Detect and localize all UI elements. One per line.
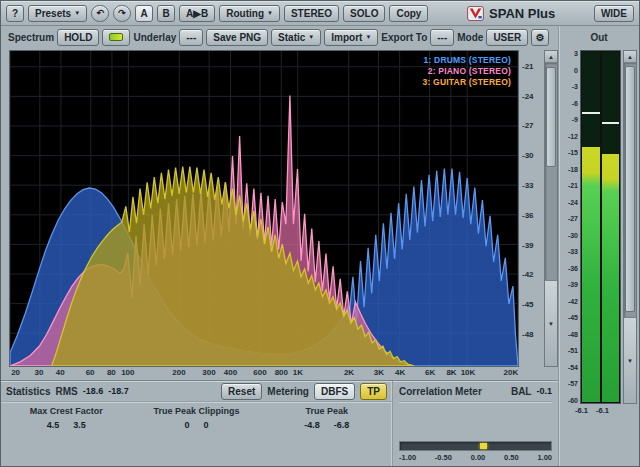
wide-button[interactable]: WIDE	[594, 5, 634, 22]
freq-axis: 20304060801002003004006008001K2K3K4K6K8K…	[9, 367, 519, 380]
meter-bar[interactable]	[602, 52, 620, 402]
redo-button[interactable]: ↷	[113, 5, 131, 22]
freq-tick-label: 800	[275, 368, 288, 377]
ab-b-button[interactable]: B	[157, 5, 175, 22]
meter-scale-label: -39	[561, 281, 578, 288]
settings-gear-button[interactable]: ⚙	[531, 29, 549, 46]
mode-label: Mode	[457, 32, 483, 43]
plot-column: 1: DRUMS (STEREO)2: PIANO (STEREO)3: GUI…	[9, 50, 519, 380]
meter-area: 30-3-6-9-12-15-18-21-24-27-30-33-36-39-4…	[559, 48, 639, 404]
import-label: Import	[331, 32, 362, 43]
freq-tick-label: 400	[224, 368, 237, 377]
freq-tick-label: 60	[86, 368, 95, 377]
correlation-title: Correlation Meter	[399, 386, 482, 397]
solo-button[interactable]: SOLO	[343, 5, 385, 22]
bal-value: -0.1	[536, 386, 552, 396]
correlation-scale: -1.00-0.500.000.501.00	[399, 453, 552, 462]
presets-button[interactable]: Presets▼	[28, 5, 87, 22]
correlation-scale-label: 1.00	[537, 453, 552, 462]
meter-bar-level	[602, 154, 620, 403]
correlation-indicator	[480, 443, 487, 449]
freq-tick-label: 10K	[461, 368, 476, 377]
hold-button[interactable]: HOLD	[57, 29, 99, 46]
bal-label: BAL	[511, 386, 532, 397]
underlay-select-button[interactable]: ---	[179, 29, 203, 46]
meter-scale-label: 3	[561, 50, 578, 57]
plugin-title: SPAN Plus	[489, 6, 555, 21]
db-tick-label: -30	[522, 151, 534, 160]
meter-scale-label: -9	[561, 116, 578, 123]
reset-button[interactable]: Reset	[221, 383, 262, 400]
meter-range-scrollbar[interactable]: ▲ ▼	[623, 50, 637, 404]
true-peak-right-value: -6.8	[334, 420, 350, 430]
rms-right-value: -18.7	[108, 386, 129, 396]
statistics-title: Statistics	[6, 386, 50, 397]
true-peak-clippings-label: True Peak Clippings	[131, 406, 261, 416]
db-tick-label: -33	[522, 181, 534, 190]
tp-button[interactable]: TP	[360, 383, 387, 400]
freq-tick-label: 8K	[446, 368, 456, 377]
meter-peak-marker	[602, 122, 620, 124]
meter-scroll-track[interactable]	[624, 63, 636, 317]
spectrum-section-label: Spectrum	[8, 32, 54, 43]
meter-bar[interactable]	[582, 52, 600, 402]
freq-tick-label: 30	[34, 368, 43, 377]
scroll-thumb[interactable]	[546, 67, 556, 167]
meter-panel-filler	[559, 416, 639, 466]
meter-scale-label: -24	[561, 199, 578, 206]
db-tick-label: -27	[522, 121, 534, 130]
freq-tick-label: 1K	[293, 368, 303, 377]
voxengo-logo	[467, 6, 484, 21]
meter-scroll-up-button[interactable]: ▲	[624, 51, 636, 63]
freq-tick-label: 300	[202, 368, 215, 377]
spectrum-toolbar: Spectrum HOLD Underlay --- Save PNG Stat…	[1, 26, 558, 48]
bottom-panel: Statistics RMS -18.6 -18.7 Reset Meterin…	[1, 380, 558, 466]
freq-tick-label: 2K	[344, 368, 354, 377]
a-to-b-copy-button[interactable]: A▶B	[179, 5, 215, 22]
dbfs-button[interactable]: DBFS	[314, 383, 355, 400]
spectrum-svg	[10, 51, 518, 366]
scroll-down-button[interactable]: ▼	[545, 280, 557, 366]
meter-scroll-down-button[interactable]: ▼	[624, 317, 636, 403]
mode-select-button[interactable]: USER	[486, 29, 528, 46]
spectrum-range-scrollbar[interactable]: ▲ ▼	[544, 50, 558, 367]
import-dropdown-button[interactable]: Import▼	[324, 29, 378, 46]
legend: 1: DRUMS (STEREO)2: PIANO (STEREO)3: GUI…	[423, 55, 511, 88]
meter-scale-label: -3	[561, 83, 578, 90]
undo-button[interactable]: ↶	[91, 5, 109, 22]
static-label: Static	[278, 32, 305, 43]
save-png-button[interactable]: Save PNG	[206, 29, 268, 46]
ab-a-button[interactable]: A	[135, 5, 153, 22]
meter-bars[interactable]	[580, 50, 621, 404]
tpc-right-value: 0	[203, 420, 208, 430]
copy-button[interactable]: Copy	[389, 5, 428, 22]
spectrum-color-button[interactable]	[102, 29, 130, 46]
freq-tick-label: 600	[253, 368, 266, 377]
scroll-up-button[interactable]: ▲	[545, 51, 557, 63]
correlation-header: Correlation Meter BAL -0.1	[399, 381, 552, 402]
scroll-track[interactable]	[545, 63, 557, 280]
export-to-button[interactable]: ---	[430, 29, 454, 46]
underlay-label: Underlay	[133, 32, 176, 43]
channel-mode-button[interactable]: STEREO	[284, 5, 339, 22]
meter-scroll-thumb[interactable]	[625, 66, 635, 312]
help-button[interactable]: ?	[6, 5, 24, 22]
legend-item[interactable]: 1: DRUMS (STEREO)	[423, 55, 511, 66]
routing-button[interactable]: Routing▼	[219, 5, 280, 22]
static-dropdown-button[interactable]: Static▼	[271, 29, 321, 46]
dropdown-icon: ▼	[267, 10, 273, 16]
dropdown-icon: ▼	[365, 34, 371, 40]
legend-item[interactable]: 3: GUITAR (STEREO)	[423, 77, 511, 88]
spectrum-display[interactable]: 1: DRUMS (STEREO)2: PIANO (STEREO)3: GUI…	[9, 50, 519, 367]
correlation-scale-label: 0.50	[504, 453, 519, 462]
meter-scale-label: -33	[561, 248, 578, 255]
meter-scale-label: -27	[561, 215, 578, 222]
db-tick-label: -48	[522, 330, 534, 339]
presets-label: Presets	[35, 8, 71, 19]
freq-tick-label: 3K	[374, 368, 384, 377]
meter-scale-label: -18	[561, 166, 578, 173]
metering-label: Metering	[267, 386, 309, 397]
legend-item[interactable]: 2: PIANO (STEREO)	[423, 66, 511, 77]
db-axis: -21-24-27-30-33-36-39-42-45-48	[519, 50, 544, 367]
freq-tick-label: 6K	[425, 368, 435, 377]
